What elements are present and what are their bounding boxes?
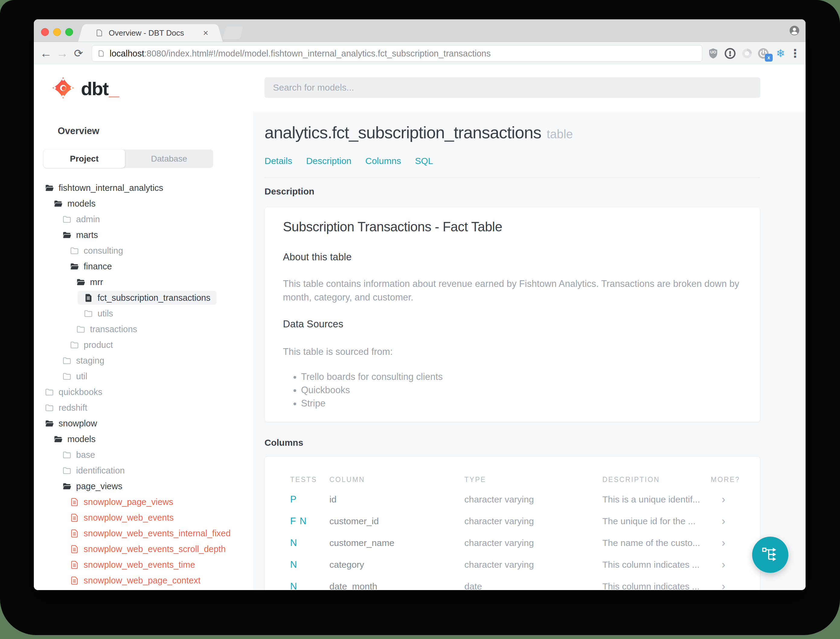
source-item: Trello boards for consulting clients [301, 370, 443, 383]
section-nav: DetailsDescriptionColumnsSQL [265, 156, 433, 166]
cell-description: This column indicates ... [602, 581, 711, 590]
snowflake-extension-icon[interactable]: ❄ [773, 42, 788, 65]
cell-column: category [329, 560, 464, 570]
page-title-suffix: table [547, 127, 573, 141]
tab-database[interactable]: Database [125, 149, 213, 168]
tree-item-snowplow_web_events_scroll_depth[interactable]: snowplow_web_events_scroll_depth [34, 541, 253, 557]
minimize-window-button[interactable] [53, 28, 61, 36]
tree-item-snowplow[interactable]: snowplow [34, 415, 253, 431]
nav-link-columns[interactable]: Columns [365, 156, 401, 166]
tree-item-product[interactable]: product [34, 337, 253, 353]
cell-description: The unique id for the ... [602, 516, 711, 526]
tree-item-fct_subscription_transactions[interactable]: fct_subscription_transactions [34, 290, 253, 305]
forward-button[interactable]: → [54, 42, 70, 65]
cell-description: The name of the custo... [602, 538, 711, 548]
browser-tab[interactable]: Overview - DBT Docs × [84, 24, 216, 42]
cell-tests: F N [290, 516, 329, 527]
sidebar-view-toggle: Project Database [43, 149, 213, 168]
tree-item-fishtown_internal_analytics[interactable]: fishtown_internal_analytics [34, 180, 253, 196]
cell-column: id [329, 494, 464, 505]
dbt-logo[interactable]: dbt_ [52, 77, 119, 100]
sources-list: Trello boards for consulting clientsQuic… [292, 370, 443, 410]
folder-icon [70, 246, 79, 256]
tree-item-utils[interactable]: utils [34, 305, 253, 321]
refresh-button[interactable]: ⟳ [71, 42, 86, 65]
browser-tab-strip: Overview - DBT Docs × [34, 19, 805, 42]
tree-item-snowplow_page_views[interactable]: snowplow_page_views [34, 494, 253, 510]
tree-item-snowplow_web_events[interactable]: snowplow_web_events [34, 510, 253, 525]
file-icon [70, 560, 79, 569]
tree-item-finance[interactable]: finance [34, 259, 253, 274]
zoom-window-button[interactable] [65, 28, 73, 36]
tree-item-consulting[interactable]: consulting [34, 243, 253, 259]
folder-open-icon [45, 419, 54, 428]
dbt-logo-underscore: _ [109, 78, 119, 99]
nav-link-sql[interactable]: SQL [415, 156, 433, 166]
browser-profile-avatar[interactable] [789, 25, 800, 36]
header-description: DESCRIPTION [602, 475, 711, 484]
cell-type: date [464, 581, 602, 590]
table-row-date_month[interactable]: N date_month date This column indicates … [290, 575, 776, 590]
sidebar-title: Overview [58, 126, 99, 137]
expand-row-chevron-icon[interactable]: › [711, 537, 761, 549]
close-window-button[interactable] [41, 28, 49, 36]
tree-item-snowplow_web_events_time[interactable]: snowplow_web_events_time [34, 557, 253, 572]
tree-item-quickbooks[interactable]: quickbooks [34, 384, 253, 400]
file-icon [70, 513, 79, 523]
header-type: TYPE [464, 475, 602, 484]
address-bar[interactable]: localhost:8080/index.html#!/model/model.… [92, 45, 702, 62]
tree-item-mrr[interactable]: mrr [34, 274, 253, 290]
doc-heading: Subscription Transactions - Fact Table [283, 219, 502, 234]
close-tab-icon[interactable]: × [203, 29, 208, 37]
tree-item-base[interactable]: base [34, 447, 253, 463]
tree-item-staging[interactable]: staging [34, 353, 253, 369]
tab-project[interactable]: Project [43, 149, 125, 168]
expand-row-chevron-icon[interactable]: › [711, 493, 761, 506]
ublock-extension-icon[interactable]: UO [706, 42, 721, 65]
description-section-label: Description [265, 186, 314, 197]
password-manager-extension-icon[interactable] [722, 42, 738, 65]
nav-link-description[interactable]: Description [306, 156, 351, 166]
tree-item-identification[interactable]: identification [34, 463, 253, 478]
description-card: Subscription Transactions - Fact Table A… [265, 207, 760, 422]
tree-item-page_views[interactable]: page_views [34, 478, 253, 494]
search-input[interactable] [265, 77, 760, 98]
folder-icon [45, 403, 54, 413]
new-tab-button[interactable] [222, 27, 243, 39]
back-button[interactable]: ← [38, 42, 54, 65]
folder-open-icon [62, 482, 71, 491]
folder-icon [70, 340, 79, 350]
header-column: COLUMN [329, 475, 464, 484]
nav-link-details[interactable]: Details [265, 156, 292, 166]
expand-row-chevron-icon[interactable]: › [711, 515, 761, 528]
folder-open-icon [70, 262, 79, 271]
tree-item-snowplow_web_events_internal_fixed[interactable]: snowplow_web_events_internal_fixed [34, 525, 253, 541]
lineage-graph-button[interactable] [752, 537, 788, 573]
tree-item-redshift[interactable]: redshift [34, 400, 253, 415]
tree-item-util[interactable]: util [34, 369, 253, 384]
table-row-id[interactable]: P id character varying This is a unique … [290, 489, 776, 510]
browser-menu-icon[interactable]: ⋮ [788, 42, 803, 65]
tree-item-admin[interactable]: admin [34, 211, 253, 227]
table-row-customer_id[interactable]: F N customer_id character varying The un… [290, 510, 776, 532]
tree-item-models[interactable]: models [34, 196, 253, 211]
folder-icon [62, 215, 71, 224]
table-row-category[interactable]: N category character varying This column… [290, 554, 776, 575]
tree-item-snowplow_web_page_context[interactable]: snowplow_web_page_context [34, 572, 253, 588]
table-row-customer_name[interactable]: N customer_name character varying The na… [290, 532, 776, 554]
cell-tests: N [290, 581, 329, 590]
dbt-logo-icon [52, 77, 74, 100]
file-icon [70, 576, 79, 585]
cell-tests: N [290, 537, 329, 548]
url-path: :8080/index.html#!/model/model.fishtown_… [144, 49, 491, 58]
swirl-extension-icon[interactable] [740, 42, 754, 65]
power-extension-icon[interactable]: x [756, 42, 771, 65]
tree-item-models[interactable]: models [34, 431, 253, 447]
columns-card: TESTS COLUMN TYPE DESCRIPTION MORE? P id… [265, 456, 760, 590]
folder-open-icon [45, 183, 54, 193]
expand-row-chevron-icon[interactable]: › [711, 580, 761, 590]
tree-item-transactions[interactable]: transactions [34, 321, 253, 337]
tree-item-marts[interactable]: marts [34, 227, 253, 243]
folder-icon [45, 388, 54, 397]
url-text: localhost:8080/index.html#!/model/model.… [110, 49, 491, 59]
